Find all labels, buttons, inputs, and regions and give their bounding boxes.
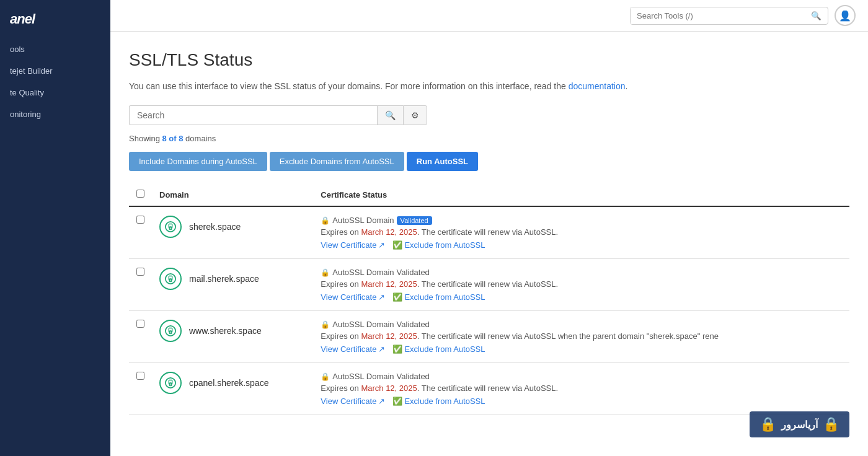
cert-links: View Certificate ↗ ✅ Exclude from AutoSS… bbox=[321, 240, 842, 250]
search-input[interactable] bbox=[129, 105, 377, 125]
cert-expires: Expires on March 12, 2025. The certifica… bbox=[321, 227, 842, 237]
domain-icon bbox=[159, 372, 182, 394]
topbar: 🔍 👤 bbox=[110, 0, 868, 32]
exclude-domains-button[interactable]: Exclude Domains from AutoSSL bbox=[270, 152, 404, 171]
sidebar-item-tools[interactable]: ools bbox=[0, 38, 110, 60]
row-checkbox[interactable] bbox=[136, 372, 144, 380]
content-area: SSL/TLS Status You can use this interfac… bbox=[110, 32, 868, 456]
cert-expires: Expires on March 12, 2025. The certifica… bbox=[321, 384, 842, 393]
page-title: SSL/TLS Status bbox=[129, 50, 849, 70]
row-checkbox[interactable] bbox=[136, 216, 144, 224]
lock-icon: 🔒 bbox=[321, 320, 330, 329]
exclude-from-autossl-link[interactable]: ✅ Exclude from AutoSSL bbox=[392, 397, 485, 406]
check-circle-icon: ✅ bbox=[392, 240, 402, 250]
cert-links: View Certificate ↗ ✅ Exclude from AutoSS… bbox=[321, 292, 842, 302]
sidebar-item-monitoring[interactable]: onitoring bbox=[0, 103, 110, 125]
table-row: www.sherek.space 🔒 AutoSSL Domain Valida… bbox=[129, 311, 849, 363]
check-circle-icon: ✅ bbox=[392, 344, 402, 354]
status-text: Validated bbox=[397, 372, 430, 381]
check-circle-icon: ✅ bbox=[392, 397, 402, 406]
row-checkbox-cell bbox=[129, 259, 152, 311]
showing-count: 8 of 8 bbox=[162, 134, 184, 143]
domain-cell-inner: www.sherek.space bbox=[159, 320, 306, 342]
action-buttons: Include Domains during AutoSSL Exclude D… bbox=[129, 152, 849, 171]
view-certificate-link[interactable]: View Certificate ↗ bbox=[321, 292, 385, 302]
cert-expires: Expires on March 12, 2025. The certifica… bbox=[321, 331, 842, 341]
status-prefix: AutoSSL Domain bbox=[332, 216, 394, 225]
domain-cell: cpanel.sherek.space bbox=[152, 363, 313, 415]
row-checkbox[interactable] bbox=[136, 320, 144, 328]
status-prefix: AutoSSL Domain bbox=[332, 268, 394, 277]
showing-text: Showing 8 of 8 domains bbox=[129, 134, 849, 143]
domain-name: sherek.space bbox=[189, 222, 241, 232]
search-tools-wrap: 🔍 bbox=[630, 7, 828, 25]
table-row: cpanel.sherek.space 🔒 AutoSSL Domain Val… bbox=[129, 363, 849, 415]
status-badge: Validated bbox=[397, 216, 432, 225]
page-description: You can use this interface to view the S… bbox=[129, 80, 849, 93]
domains-table: Domain Certificate Status sherek.space bbox=[129, 183, 849, 415]
external-link-icon: ↗ bbox=[378, 344, 385, 354]
documentation-link[interactable]: documentation bbox=[569, 81, 626, 91]
row-checkbox-cell bbox=[129, 311, 152, 363]
external-link-icon: ↗ bbox=[378, 397, 385, 406]
view-certificate-link[interactable]: View Certificate ↗ bbox=[321, 344, 385, 354]
external-link-icon: ↗ bbox=[378, 292, 385, 302]
description-text: You can use this interface to view the S… bbox=[129, 81, 566, 91]
cert-status-label: 🔒 AutoSSL Domain Validated bbox=[321, 268, 842, 277]
row-checkbox-cell bbox=[129, 206, 152, 259]
main-area: 🔍 👤 SSL/TLS Status You can use this inte… bbox=[110, 0, 868, 456]
domain-icon bbox=[159, 216, 182, 238]
cert-status-cell: 🔒 AutoSSL Domain Validated Expires on Ma… bbox=[313, 259, 849, 311]
domain-cell-inner: mail.sherek.space bbox=[159, 268, 306, 290]
run-autossl-button[interactable]: Run AutoSSL bbox=[407, 152, 478, 171]
sidebar-logo: anel bbox=[0, 0, 110, 38]
domain-icon bbox=[159, 268, 182, 290]
search-tools-button[interactable]: 🔍 bbox=[805, 7, 828, 24]
domain-cell: mail.sherek.space bbox=[152, 259, 313, 311]
showing-prefix: Showing bbox=[129, 134, 160, 143]
cert-status-label: 🔒 AutoSSL Domain Validated bbox=[321, 372, 842, 381]
cert-links: View Certificate ↗ ✅ Exclude from AutoSS… bbox=[321, 344, 842, 354]
status-prefix: AutoSSL Domain bbox=[332, 372, 394, 381]
select-all-col bbox=[129, 183, 152, 206]
include-domains-button[interactable]: Include Domains during AutoSSL bbox=[129, 152, 267, 171]
domain-cell-inner: sherek.space bbox=[159, 216, 306, 238]
cert-status-cell: 🔒 AutoSSL Domain Validated Expires on Ma… bbox=[313, 311, 849, 363]
domain-col-header: Domain bbox=[152, 183, 313, 206]
domain-name: mail.sherek.space bbox=[189, 274, 259, 284]
domain-name: www.sherek.space bbox=[189, 326, 262, 336]
select-all-checkbox[interactable] bbox=[136, 190, 144, 198]
status-text: Validated bbox=[397, 320, 430, 329]
search-bar-row: 🔍 ⚙ bbox=[129, 105, 849, 125]
row-checkbox-cell bbox=[129, 363, 152, 415]
sidebar: anel ools tejet Builder te Quality onito… bbox=[0, 0, 110, 456]
domain-cell: www.sherek.space bbox=[152, 311, 313, 363]
expires-date: March 12, 2025 bbox=[361, 384, 417, 393]
domain-cell-inner: cpanel.sherek.space bbox=[159, 372, 306, 394]
status-prefix: AutoSSL Domain bbox=[332, 320, 394, 329]
view-certificate-link[interactable]: View Certificate ↗ bbox=[321, 397, 385, 406]
sidebar-item-tejet-builder[interactable]: tejet Builder bbox=[0, 60, 110, 82]
view-certificate-link[interactable]: View Certificate ↗ bbox=[321, 240, 385, 250]
filter-button[interactable]: ⚙ bbox=[403, 105, 427, 125]
expires-date: March 12, 2025 bbox=[361, 331, 417, 341]
sidebar-item-quality[interactable]: te Quality bbox=[0, 82, 110, 103]
lock-icon: 🔒 bbox=[321, 216, 330, 225]
status-text: Validated bbox=[397, 268, 430, 277]
cert-status-cell: 🔒 AutoSSL Domain Validated Expires on Ma… bbox=[313, 363, 849, 415]
search-tools-input[interactable] bbox=[631, 7, 805, 24]
domain-name: cpanel.sherek.space bbox=[189, 378, 268, 388]
search-button[interactable]: 🔍 bbox=[377, 105, 403, 125]
cert-status-cell: 🔒 AutoSSL Domain Validated Expires on Ma… bbox=[313, 206, 849, 259]
description-end: . bbox=[626, 81, 628, 91]
cert-status-col-header: Certificate Status bbox=[313, 183, 849, 206]
exclude-from-autossl-link[interactable]: ✅ Exclude from AutoSSL bbox=[392, 344, 485, 354]
exclude-from-autossl-link[interactable]: ✅ Exclude from AutoSSL bbox=[392, 240, 485, 250]
lock-icon: 🔒 bbox=[321, 372, 330, 381]
exclude-from-autossl-link[interactable]: ✅ Exclude from AutoSSL bbox=[392, 292, 485, 302]
avatar[interactable]: 👤 bbox=[835, 5, 856, 26]
expires-date: March 12, 2025 bbox=[361, 279, 417, 289]
cert-links: View Certificate ↗ ✅ Exclude from AutoSS… bbox=[321, 397, 842, 406]
row-checkbox[interactable] bbox=[136, 268, 144, 276]
external-link-icon: ↗ bbox=[378, 240, 385, 250]
